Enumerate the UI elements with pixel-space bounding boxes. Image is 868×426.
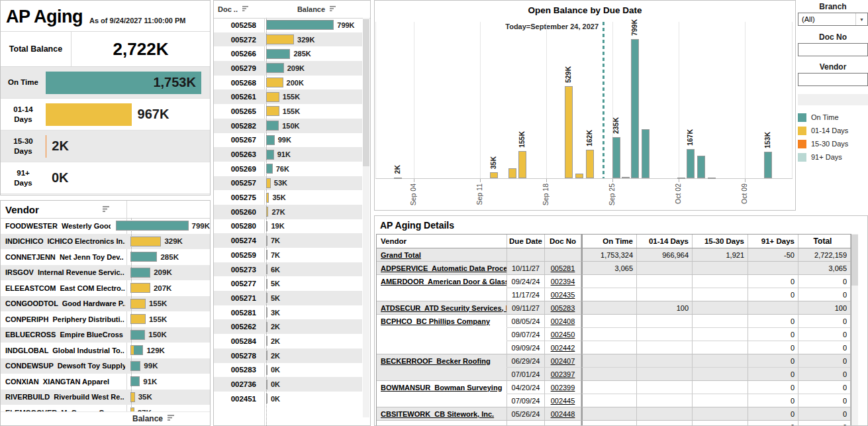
doc-no-cell[interactable]: 002407 [545, 354, 581, 368]
doc-balance-bar[interactable] [266, 221, 267, 231]
doc-no-cell-text[interactable]: 002442 [551, 344, 575, 352]
due-date-bar[interactable] [642, 129, 650, 178]
doc-list-item[interactable]: 0052736K [214, 262, 362, 277]
due-date-bar[interactable] [631, 39, 639, 178]
doc-balance-bar[interactable] [266, 380, 267, 390]
doc-list-item[interactable]: 00526976K [214, 162, 362, 176]
doc-list-item[interactable]: 005258799K [214, 18, 362, 32]
vendor-list-item[interactable]: CONGOODTOL Good Hardware P..155K [1, 296, 210, 312]
doc-no-cell[interactable]: 002408 [545, 315, 581, 328]
vendor-cell-text[interactable]: CBSITEWORK CB Sitework, Inc. [381, 410, 494, 418]
vendor-balance-bar[interactable] [130, 330, 145, 340]
doc-balance-bar[interactable] [266, 264, 267, 274]
vendor-balance-bar[interactable] [130, 376, 140, 386]
doc-list-item[interactable]: 005261155K [214, 89, 362, 104]
doc-list-item[interactable]: 0052830K [214, 363, 362, 378]
vendor-list-item[interactable]: CONNETJENN Net Jenn Toy Dev..285K [1, 249, 210, 265]
doc-balance-bar[interactable] [266, 78, 283, 87]
vendor-cell-text[interactable]: AMERDOOR American Door & Glass [381, 278, 507, 286]
doc-balance-bar[interactable] [266, 250, 267, 260]
details-column-header[interactable]: Total [798, 235, 851, 248]
doc-no-cell-text[interactable]: 002394 [551, 278, 575, 286]
due-date-bar[interactable] [575, 174, 583, 178]
details-scrollbar[interactable] [851, 234, 859, 425]
vendor-cell[interactable]: BOWMANSUR Bowman Surveying [377, 381, 507, 394]
doc-list-item[interactable]: 00526799K [214, 133, 362, 148]
doc-no-cell-text[interactable]: 002397 [551, 370, 575, 378]
vendor-list-item[interactable]: CONXIAN XIANGTAN Apparel91K [1, 374, 210, 390]
vendor-cell[interactable]: ATDSECUR ATD Security Services, I.. [377, 301, 507, 315]
doc-balance-bar[interactable] [266, 178, 271, 188]
vendor-balance-bar[interactable] [116, 221, 189, 231]
vendor-cell-text[interactable]: ADPSERVICE Automatic Data Proce.. [381, 264, 507, 272]
doc-list-item[interactable]: 0027360K [214, 377, 362, 392]
doc-list-item[interactable]: 00528019K [214, 219, 362, 234]
doc-list-item[interactable]: 0052842K [214, 334, 362, 348]
doc-no-cell-text[interactable]: 002445 [551, 397, 575, 405]
vendor-cell-text[interactable]: ATDSECUR ATD Security Services, I.. [381, 304, 507, 312]
doc-list-item[interactable]: 0052813K [214, 305, 362, 320]
vendor-cell[interactable]: CBSITEWORK CB Sitework, Inc. [377, 407, 507, 421]
vendor-list-item[interactable]: IRSGOV Internal Revenue Servic..209K [1, 265, 210, 281]
doc-list-item[interactable]: 0052715K [214, 291, 362, 305]
due-date-bar[interactable] [687, 149, 695, 178]
chevron-down-icon[interactable]: ▼ [855, 13, 867, 25]
doc-balance-bar[interactable] [266, 307, 267, 317]
doc-balance-bar[interactable] [266, 279, 267, 289]
vendor-list-item[interactable]: CONPERIPH Periphery Distributi..155K [1, 311, 210, 327]
details-column-header[interactable]: 01-14 Days [637, 235, 693, 248]
doc-no-cell[interactable]: 002399 [545, 381, 581, 394]
doc-list-item[interactable]: 0024510K [214, 392, 362, 406]
vendor-cell[interactable]: BECKERROOF Becker Roofing [377, 354, 507, 368]
branch-dropdown[interactable]: (All) ▼ [798, 13, 868, 26]
doc-scrollbar[interactable] [362, 18, 370, 417]
sort-icon[interactable] [102, 203, 111, 215]
legend-item[interactable]: 01-14 Days [798, 124, 868, 137]
vendor-balance-bar[interactable] [130, 361, 140, 371]
doc-balance-bar[interactable] [266, 150, 274, 160]
vendor-balance-bar[interactable] [130, 314, 146, 324]
doc-no-cell-text[interactable]: 002408 [551, 317, 575, 325]
doc-no-cell[interactable]: 005283 [545, 301, 581, 315]
vendor-balance-bar[interactable] [130, 268, 150, 278]
doc-list-item[interactable]: 00525753K [214, 176, 362, 191]
doc-list-item[interactable]: 00526027K [214, 205, 362, 219]
vendor-balance-bar[interactable] [130, 283, 150, 293]
vendor-cell-text[interactable]: BECKERROOF Becker Roofing [381, 357, 491, 365]
vendor-list-item[interactable]: EBLUECROSS Empire BlueCross ..150K [1, 327, 210, 343]
due-date-bar[interactable] [490, 172, 498, 178]
vendor-filter-input[interactable] [798, 73, 868, 86]
doc-no-cell-text[interactable]: 005281 [551, 264, 575, 272]
vendor-cell-text[interactable]: Grand Total [381, 251, 421, 259]
doc-list-item[interactable]: 005282150K [214, 119, 362, 133]
doc-list-item[interactable]: 0052782K [214, 348, 362, 363]
details-column-header[interactable]: Doc No [545, 235, 581, 248]
vendor-list-item[interactable]: FOODWESTER Westerly Good F..799K [1, 218, 210, 234]
due-date-bar[interactable] [622, 177, 630, 178]
doc-list-item[interactable]: 0052747K [214, 233, 362, 248]
due-date-bar[interactable] [394, 178, 402, 179]
doc-no-cell-text[interactable]: 002435 [551, 291, 575, 299]
due-date-bar[interactable] [612, 137, 620, 178]
due-date-bar[interactable] [518, 151, 526, 178]
vendor-cell-text[interactable]: BOWMANSUR Bowman Surveying [381, 384, 502, 392]
doc-balance-bar[interactable] [266, 34, 294, 44]
doc-no-cell-text[interactable]: 002399 [551, 384, 575, 392]
doc-list-item[interactable]: 00527535K [214, 190, 362, 205]
doc-list-item[interactable]: 00526391K [214, 147, 362, 162]
sort-icon[interactable] [329, 5, 337, 13]
doc-balance-bar[interactable] [266, 92, 279, 102]
doc-balance-bar[interactable] [266, 350, 267, 360]
vendor-cell[interactable]: ADPSERVICE Automatic Data Proce.. [377, 262, 507, 275]
vendor-cell[interactable]: AMERDOOR American Door & Glass [377, 275, 507, 288]
doc-list-item[interactable]: 005266285K [214, 46, 362, 61]
doc-no-cell[interactable]: 002442 [545, 341, 581, 354]
doc-list-item[interactable]: 005268200K [214, 76, 362, 90]
doc-no-cell-text[interactable]: 005283 [551, 304, 575, 312]
vendor-cell[interactable]: Grand Total [377, 248, 507, 262]
doc-list-item[interactable]: 0052597K [214, 248, 362, 262]
doc-balance-bar[interactable] [266, 322, 267, 332]
doc-balance-bar[interactable] [266, 20, 334, 30]
vendor-balance-bar[interactable] [130, 299, 146, 309]
doc-balance-bar[interactable] [266, 236, 267, 246]
